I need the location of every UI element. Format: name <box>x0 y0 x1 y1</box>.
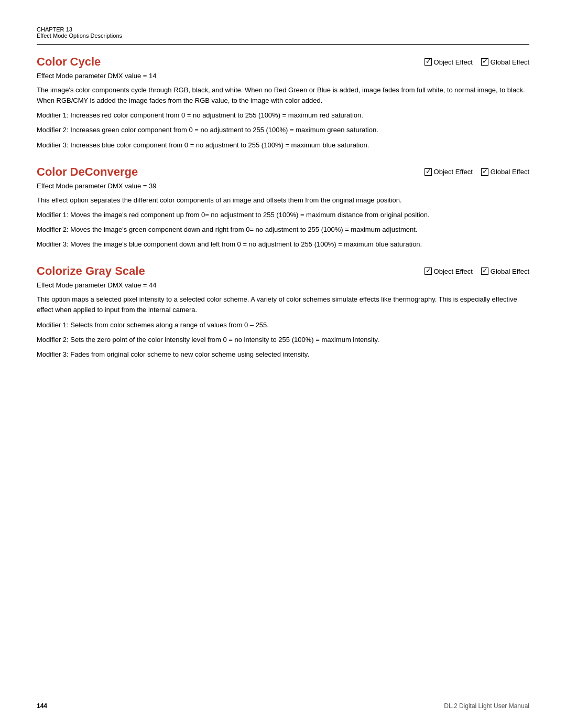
global-effect-label-color-cycle: Global Effect <box>491 58 529 66</box>
paragraph-color-cycle-2: Modifier 2: Increases green color compon… <box>37 125 529 135</box>
global-effect-label-colorize-gray-scale: Global Effect <box>491 267 529 275</box>
paragraph-color-cycle-0: The image's color components cycle throu… <box>37 85 529 106</box>
global-effect-badge-colorize-gray-scale: Global Effect <box>481 267 529 275</box>
footer-manual-title: DL.2 Digital Light User Manual <box>444 702 529 710</box>
section-header-color-deconverge: Color DeConvergeObject EffectGlobal Effe… <box>37 165 529 179</box>
paragraph-color-cycle-1: Modifier 1: Increases red color componen… <box>37 110 529 121</box>
footer: 144 DL.2 Digital Light User Manual <box>37 702 529 710</box>
chapter-label: CHAPTER 13 <box>37 26 529 33</box>
section-color-deconverge: Color DeConvergeObject EffectGlobal Effe… <box>37 165 529 250</box>
object-effect-label-color-deconverge: Object Effect <box>434 168 473 176</box>
sections-container: Color CycleObject EffectGlobal EffectEff… <box>37 55 529 360</box>
paragraph-color-deconverge-3: Modifier 3: Moves the image's blue compo… <box>37 239 529 250</box>
paragraph-color-deconverge-1: Modifier 1: Moves the image's red compon… <box>37 210 529 220</box>
object-effect-badge-color-deconverge: Object Effect <box>424 168 473 176</box>
footer-page-number: 144 <box>37 702 47 710</box>
global-effect-badge-color-deconverge: Global Effect <box>481 168 529 176</box>
object-effect-label-color-cycle: Object Effect <box>434 58 473 66</box>
section-header-color-cycle: Color CycleObject EffectGlobal Effect <box>37 55 529 69</box>
effect-badges-color-cycle: Object EffectGlobal Effect <box>424 58 529 66</box>
section-color-cycle: Color CycleObject EffectGlobal EffectEff… <box>37 55 529 151</box>
global-effect-checkbox-colorize-gray-scale <box>481 267 488 275</box>
effect-badges-colorize-gray-scale: Object EffectGlobal Effect <box>424 267 529 275</box>
paragraph-colorize-gray-scale-1: Modifier 1: Selects from color schemes a… <box>37 320 529 330</box>
global-effect-badge-color-cycle: Global Effect <box>481 58 529 66</box>
global-effect-checkbox-color-cycle <box>481 58 488 66</box>
object-effect-checkbox-colorize-gray-scale <box>424 267 432 275</box>
object-effect-checkbox-color-cycle <box>424 58 432 66</box>
section-title-colorize-gray-scale: Colorize Gray Scale <box>37 264 145 278</box>
global-effect-label-color-deconverge: Global Effect <box>491 168 529 176</box>
paragraph-colorize-gray-scale-3: Modifier 3: Fades from original color sc… <box>37 349 529 360</box>
global-effect-checkbox-color-deconverge <box>481 168 488 176</box>
object-effect-label-colorize-gray-scale: Object Effect <box>434 267 473 275</box>
object-effect-badge-color-cycle: Object Effect <box>424 58 473 66</box>
object-effect-checkbox-color-deconverge <box>424 168 432 176</box>
dmx-value-color-deconverge: Effect Mode parameter DMX value = 39 <box>37 182 529 190</box>
page: CHAPTER 13 Effect Mode Options Descripti… <box>0 0 566 728</box>
paragraph-color-cycle-3: Modifier 3: Increases blue color compone… <box>37 140 529 151</box>
paragraph-colorize-gray-scale-2: Modifier 2: Sets the zero point of the c… <box>37 335 529 345</box>
section-colorize-gray-scale: Colorize Gray ScaleObject EffectGlobal E… <box>37 264 529 360</box>
paragraph-color-deconverge-0: This effect option separates the differe… <box>37 195 529 206</box>
section-header-colorize-gray-scale: Colorize Gray ScaleObject EffectGlobal E… <box>37 264 529 278</box>
object-effect-badge-colorize-gray-scale: Object Effect <box>424 267 473 275</box>
dmx-value-color-cycle: Effect Mode parameter DMX value = 14 <box>37 72 529 80</box>
chapter-subtitle: Effect Mode Options Descriptions <box>37 33 529 39</box>
dmx-value-colorize-gray-scale: Effect Mode parameter DMX value = 44 <box>37 281 529 289</box>
effect-badges-color-deconverge: Object EffectGlobal Effect <box>424 168 529 176</box>
chapter-header: CHAPTER 13 Effect Mode Options Descripti… <box>37 26 529 45</box>
paragraph-color-deconverge-2: Modifier 2: Moves the image's green comp… <box>37 224 529 235</box>
section-title-color-cycle: Color Cycle <box>37 55 101 69</box>
paragraph-colorize-gray-scale-0: This option maps a selected pixel intens… <box>37 294 529 315</box>
section-title-color-deconverge: Color DeConverge <box>37 165 138 179</box>
